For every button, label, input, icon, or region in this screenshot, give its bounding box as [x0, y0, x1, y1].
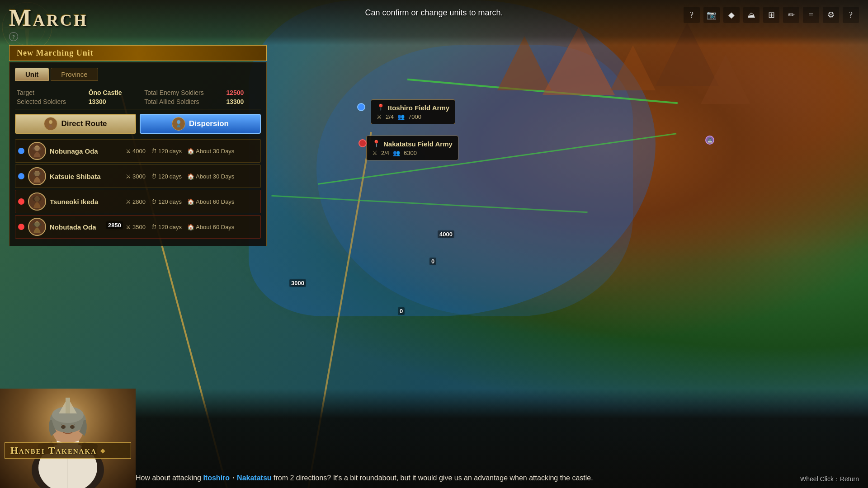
tab-province[interactable]: Province — [51, 68, 98, 81]
advisor-name: Hanbei Takenaka — [10, 445, 97, 456]
unit-stats: ⚔ 2800 ⏱ 120 days 🏠 About 60 Days — [126, 198, 234, 205]
target-label: Target — [17, 89, 81, 96]
unit-travel: 🏠 About 60 Days — [187, 198, 234, 205]
mountain-5 — [701, 54, 750, 104]
direct-route-avatar — [44, 117, 57, 131]
svg-rect-9 — [33, 196, 42, 202]
tooltip-dot: 📍 — [372, 140, 381, 148]
nakatatsu-tooltip: 📍 Nakatatsu Field Army ⚔ 2/4 👥 6300 — [366, 136, 458, 160]
soldiers-icon: ⚔ — [126, 198, 131, 205]
help-icon[interactable]: ? — [684, 7, 700, 23]
svg-rect-5 — [33, 146, 42, 151]
unit-dot — [18, 148, 24, 154]
unit-name: Tsuneoki Ikeda — [50, 198, 122, 206]
svg-point-2 — [49, 120, 52, 124]
help-button[interactable]: ? — [9, 32, 18, 41]
unit-name: Nobunaga Oda — [50, 147, 122, 155]
info-icon[interactable]: ? — [843, 7, 859, 23]
unit-travel: 🏠 About 30 Days — [187, 148, 234, 155]
unit-days: ⏱ 120 days — [151, 173, 182, 180]
unit-travel: 🏠 About 60 Days — [187, 224, 234, 230]
unit-travel: 🏠 About 30 Days — [187, 173, 234, 180]
settings-icon[interactable]: ⚙ — [823, 7, 839, 23]
unit-dot — [18, 224, 24, 230]
edit-icon[interactable]: ✏ — [783, 7, 799, 23]
tooltip-units: 2/4 — [381, 150, 389, 156]
dispersion-button[interactable]: Dispersion — [140, 114, 261, 134]
enemy-value: 12500 — [226, 89, 259, 96]
unit-list: Nobunaga Oda ⚔ 4000 ⏱ 120 days 🏠 About 3… — [15, 139, 261, 239]
info-rows: Target Ōno Castle Total Enemy Soldiers 1… — [15, 86, 261, 109]
unit-row[interactable]: Nobunaga Oda ⚔ 4000 ⏱ 120 days 🏠 About 3… — [15, 139, 261, 163]
tabs-container: Unit Province — [15, 68, 261, 81]
tooltip-stats: ⚔ 2/4 👥 6300 — [372, 150, 453, 156]
unit-soldiers: ⚔ 4000 — [126, 148, 146, 155]
left-panel: New Marching Unit Unit Province Target Ō… — [9, 45, 267, 246]
unit-name: Katsuie Shibata — [50, 173, 122, 180]
dispersion-label: Dispersion — [189, 119, 229, 128]
advisor-panel: Hanbei Takenaka ◆ How about attacking It… — [0, 389, 868, 488]
tooltip-soldiers-icon: 👥 — [397, 113, 405, 120]
soldiers-icon: ⚔ — [126, 148, 131, 155]
diamond-icon[interactable]: ◆ — [723, 7, 740, 23]
top-right-toolbar: ? 📷 ◆ ⛰ ⊞ ✏ ≡ ⚙ ? — [684, 7, 859, 23]
route-buttons: Direct Route Dispersion — [15, 114, 261, 134]
map-marker-red — [359, 139, 367, 147]
tooltip-units: 2/4 — [386, 113, 394, 120]
advisor-diamond-icon: ◆ — [100, 447, 105, 455]
days-icon: ⏱ — [151, 148, 157, 155]
unit-stats: ⚔ 4000 ⏱ 120 days 🏠 About 30 Days — [126, 148, 234, 155]
map-number: 3000 — [289, 279, 306, 287]
castle-marker: 🏯 — [705, 136, 714, 145]
unit-row[interactable]: Tsuneoki Ikeda ⚔ 2800 ⏱ 120 days 🏠 About… — [15, 190, 261, 213]
page-title: March — [9, 5, 88, 31]
list-icon[interactable]: ≡ — [803, 7, 819, 23]
tooltip-units-icon: ⚔ — [372, 150, 377, 156]
svg-point-3 — [177, 120, 180, 124]
top-message: Can confirm or change units to march. — [365, 8, 503, 18]
direct-route-button[interactable]: Direct Route — [15, 114, 136, 134]
unit-days: ⏱ 120 days — [151, 148, 182, 155]
tooltip-stats: ⚔ 2/4 👥 7000 — [377, 113, 449, 120]
unit-soldiers: ⚔ 2800 — [126, 198, 146, 205]
svg-rect-11 — [33, 222, 42, 227]
unit-avatar — [28, 142, 46, 160]
advisor-highlight-1: Itoshiro — [203, 474, 230, 482]
tooltip-soldiers: 7000 — [408, 113, 421, 120]
tooltip-soldiers: 6300 — [404, 150, 417, 156]
unit-days: ⏱ 120 days — [151, 224, 182, 230]
unit-dot — [18, 173, 24, 179]
unit-dot — [18, 198, 24, 205]
map-number: 4000 — [438, 230, 454, 238]
days-icon: ⏱ — [151, 198, 157, 205]
map-number: 2850 — [106, 221, 123, 229]
map-marker-blue — [357, 103, 365, 111]
unit-row[interactable]: Nobutada Oda ⚔ 3500 ⏱ 120 days 🏠 About 6… — [15, 215, 261, 239]
svg-rect-21 — [66, 398, 70, 413]
selected-value: 13300 — [89, 98, 137, 105]
tooltip-soldiers-icon: 👥 — [393, 150, 400, 156]
unit-stats: ⚔ 3500 ⏱ 120 days 🏠 About 60 Days — [126, 224, 234, 230]
grid-icon[interactable]: ⊞ — [763, 7, 779, 23]
dispersion-avatar — [172, 117, 185, 131]
itoshiro-tooltip: 📍 Itoshiro Field Army ⚔ 2/4 👥 7000 — [371, 99, 455, 124]
tab-unit[interactable]: Unit — [15, 68, 49, 81]
unit-panel: Unit Province Target Ōno Castle Total En… — [9, 62, 267, 246]
terrain-icon[interactable]: ⛰ — [743, 7, 760, 23]
direct-route-label: Direct Route — [61, 119, 107, 128]
camera-icon[interactable]: 📷 — [703, 7, 720, 23]
days-icon: ⏱ — [151, 224, 157, 230]
bottom-right-hint: Wheel Click：Return — [800, 475, 859, 483]
tooltip-title-text: Nakatatsu Field Army — [383, 140, 453, 148]
svg-rect-7 — [33, 171, 42, 176]
title-area: March ? — [9, 5, 88, 41]
selected-label: Selected Soldiers — [17, 98, 81, 105]
unit-avatar — [28, 218, 46, 236]
tooltip-units-icon: ⚔ — [377, 113, 382, 120]
days-icon: ⏱ — [151, 173, 157, 180]
map-number: 0 — [429, 258, 436, 265]
mountain-3 — [610, 45, 656, 90]
unit-days: ⏱ 120 days — [151, 198, 182, 205]
unit-row[interactable]: Katsuie Shibata ⚔ 3000 ⏱ 120 days 🏠 Abou… — [15, 164, 261, 188]
travel-icon: 🏠 — [187, 198, 194, 205]
